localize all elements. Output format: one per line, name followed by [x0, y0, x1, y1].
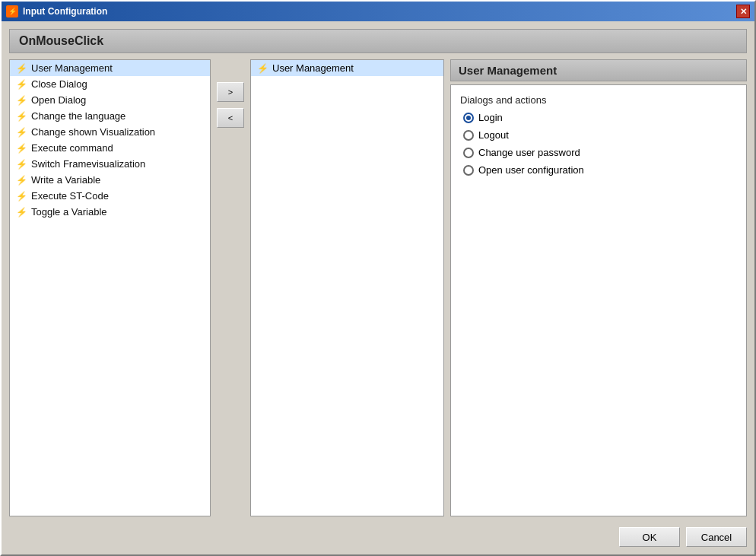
list-item-label: Change the language	[31, 110, 125, 122]
list-item[interactable]: ⚡Write a Variable	[10, 172, 210, 188]
radio-circle	[463, 130, 474, 141]
window-icon: ⚡	[6, 5, 18, 17]
radio-label: Logout	[478, 129, 509, 141]
radio-label: Open user configuration	[478, 164, 584, 176]
remove-button[interactable]: <	[217, 108, 244, 128]
radio-label: Change user password	[478, 147, 580, 158]
add-button[interactable]: >	[217, 82, 244, 102]
list-item-label: Close Dialog	[31, 78, 87, 90]
right-list-item-label: User Management	[272, 62, 354, 74]
lightning-icon: ⚡	[16, 127, 27, 138]
list-item[interactable]: ⚡Change the language	[10, 108, 210, 124]
lightning-icon: ⚡	[16, 143, 27, 154]
properties-content: Dialogs and actions LoginLogoutChange us…	[450, 84, 747, 516]
right-list-panel: ⚡User Management	[250, 59, 444, 516]
section-header: OnMouseClick	[9, 29, 747, 53]
radio-circle	[463, 165, 474, 176]
window-title: Input Configuration	[23, 6, 107, 17]
title-bar-left: ⚡ Input Configuration	[6, 5, 107, 17]
lightning-icon: ⚡	[16, 207, 27, 218]
lightning-icon: ⚡	[257, 63, 268, 74]
list-item-label: User Management	[31, 62, 113, 74]
list-item-label: Switch Framevisualization	[31, 158, 145, 170]
dialogs-label: Dialogs and actions	[460, 94, 737, 106]
list-item[interactable]: ⚡Close Dialog	[10, 76, 210, 92]
main-content: ⚡User Management⚡Close Dialog⚡Open Dialo…	[9, 59, 747, 516]
window-body: OnMouseClick ⚡User Management⚡Close Dial…	[2, 21, 754, 554]
radio-item[interactable]: Logout	[463, 129, 737, 141]
left-panel: ⚡User Management⚡Close Dialog⚡Open Dialo…	[9, 59, 211, 516]
list-item[interactable]: ⚡Toggle a Variable	[10, 204, 210, 220]
main-window: ⚡ Input Configuration ✕ OnMouseClick ⚡Us…	[0, 0, 756, 556]
lightning-icon: ⚡	[16, 175, 27, 186]
lightning-icon: ⚡	[16, 63, 27, 74]
list-item-label: Toggle a Variable	[31, 206, 107, 218]
properties-header: User Management	[450, 59, 747, 81]
list-item[interactable]: ⚡Execute ST-Code	[10, 188, 210, 204]
list-item-label: Open Dialog	[31, 94, 86, 106]
list-item-label: Change shown Visualization	[31, 126, 155, 138]
list-item-label: Execute command	[31, 142, 113, 154]
lightning-icon: ⚡	[16, 191, 27, 202]
middle-section: > < ⚡User Management	[217, 59, 444, 516]
cancel-button[interactable]: Cancel	[686, 527, 747, 547]
list-item-label: Write a Variable	[31, 174, 100, 186]
ok-button[interactable]: OK	[619, 527, 680, 547]
list-item-label: Execute ST-Code	[31, 190, 109, 202]
radio-item[interactable]: Login	[463, 112, 737, 123]
properties-panel: User Management Dialogs and actions Logi…	[450, 59, 747, 516]
radio-group: LoginLogoutChange user passwordOpen user…	[463, 112, 737, 176]
bottom-bar: OK Cancel	[9, 523, 747, 547]
close-button[interactable]: ✕	[736, 5, 750, 18]
list-item[interactable]: ⚡Change shown Visualization	[10, 124, 210, 140]
list-item[interactable]: ⚡Open Dialog	[10, 92, 210, 108]
radio-item[interactable]: Open user configuration	[463, 164, 737, 176]
title-bar: ⚡ Input Configuration ✕	[2, 2, 754, 21]
lightning-icon: ⚡	[16, 111, 27, 122]
right-list-item[interactable]: ⚡User Management	[251, 60, 443, 76]
radio-item[interactable]: Change user password	[463, 147, 737, 158]
radio-label: Login	[478, 112, 503, 123]
transfer-panel: > <	[217, 59, 244, 516]
lightning-icon: ⚡	[16, 79, 27, 90]
lightning-icon: ⚡	[16, 95, 27, 106]
list-item[interactable]: ⚡User Management	[10, 60, 210, 76]
radio-circle	[463, 113, 474, 123]
radio-circle	[463, 148, 474, 158]
lightning-icon: ⚡	[16, 159, 27, 170]
list-item[interactable]: ⚡Execute command	[10, 140, 210, 156]
list-item[interactable]: ⚡Switch Framevisualization	[10, 156, 210, 172]
